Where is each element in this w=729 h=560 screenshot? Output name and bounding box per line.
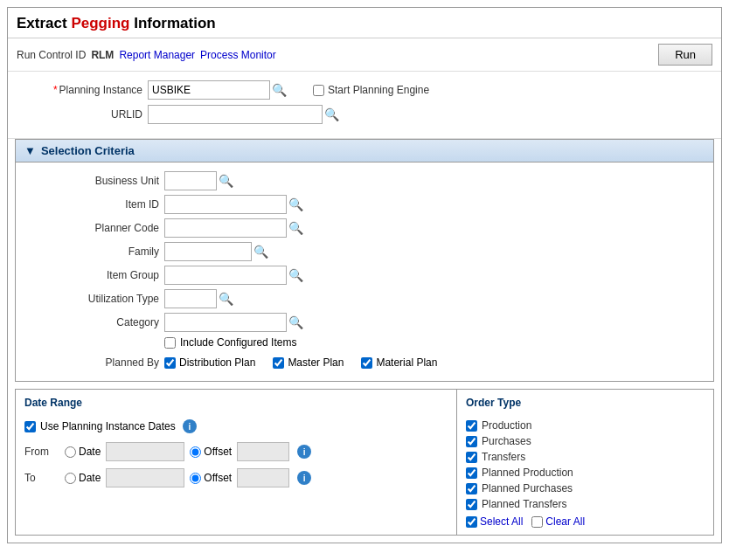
planner-code-label: Planner Code: [24, 222, 164, 234]
planned-purchases-label: Planned Purchases: [482, 482, 573, 494]
to-row: To Date Offset i: [24, 468, 448, 487]
include-configured-label: Include Configured Items: [180, 336, 296, 349]
family-input[interactable]: [164, 242, 252, 261]
urlid-input[interactable]: [148, 105, 323, 124]
report-manager-link[interactable]: Report Manager: [119, 49, 195, 61]
production-checkbox[interactable]: [466, 420, 477, 432]
clear-all-checkbox[interactable]: [531, 516, 543, 528]
select-all-checkbox[interactable]: [466, 516, 477, 528]
urlid-row: URLID 🔍: [25, 105, 704, 124]
planned-transfers-label: Planned Transfers: [482, 498, 566, 510]
item-id-search-icon[interactable]: 🔍: [288, 197, 303, 211]
page-title: Extract Pegging Information: [17, 15, 712, 32]
criteria-panel: ▼ Selection Criteria Business Unit 🔍 Ite…: [15, 139, 714, 382]
item-id-row: Item ID 🔍: [16, 195, 713, 214]
to-offset-info-icon[interactable]: i: [297, 471, 311, 485]
business-unit-input[interactable]: [164, 171, 217, 190]
to-label: To: [24, 472, 59, 484]
to-offset-radio-label[interactable]: Offset: [190, 472, 232, 484]
to-date-radio[interactable]: [65, 473, 76, 484]
master-plan-option[interactable]: Master Plan: [273, 356, 344, 369]
transfers-checkbox[interactable]: [466, 452, 477, 463]
to-date-radio-label[interactable]: Date: [65, 472, 101, 484]
material-plan-checkbox[interactable]: [361, 357, 372, 369]
utilization-type-search-icon[interactable]: 🔍: [219, 292, 233, 306]
planned-purchases-checkbox[interactable]: [466, 483, 477, 494]
page-title-bar: Extract Pegging Information: [8, 8, 721, 38]
planned-production-checkbox[interactable]: [466, 467, 477, 479]
category-search-icon[interactable]: 🔍: [288, 315, 303, 329]
planning-instance-search-icon[interactable]: 🔍: [272, 83, 287, 97]
item-group-search-icon[interactable]: 🔍: [288, 268, 303, 282]
run-button[interactable]: Run: [658, 44, 712, 66]
criteria-header[interactable]: ▼ Selection Criteria: [16, 140, 713, 162]
order-type-planned-purchases: Planned Purchases: [466, 482, 705, 494]
order-type-planned-transfers: Planned Transfers: [466, 498, 705, 510]
planned-by-options: Distribution Plan Master Plan Material P…: [164, 356, 437, 369]
to-date-input[interactable]: [106, 468, 184, 487]
from-offset-radio-label[interactable]: Offset: [190, 446, 232, 458]
use-planning-info-icon[interactable]: i: [183, 419, 197, 433]
planned-by-row: Planned By Distribution Plan Master Plan…: [16, 353, 713, 372]
utilization-type-row: Utilization Type 🔍: [16, 289, 713, 308]
use-planning-dates-checkbox[interactable]: [24, 421, 36, 432]
from-date-radio[interactable]: [65, 446, 76, 458]
date-range-title: Date Range: [24, 397, 448, 412]
business-unit-row: Business Unit 🔍: [16, 171, 713, 190]
business-unit-search-icon[interactable]: 🔍: [219, 174, 233, 188]
start-planning-engine-label: Start Planning Engine: [328, 84, 429, 96]
planning-section: Planning Instance 🔍 Start Planning Engin…: [8, 72, 721, 139]
from-offset-info-icon[interactable]: i: [297, 445, 311, 459]
to-date-label: Date: [79, 472, 101, 484]
from-date-label: Date: [79, 446, 101, 458]
planning-instance-label: Planning Instance: [25, 84, 148, 96]
material-plan-option[interactable]: Material Plan: [361, 356, 437, 369]
start-planning-engine-checkbox[interactable]: [313, 85, 324, 96]
criteria-title: Selection Criteria: [41, 144, 135, 157]
item-group-label: Item Group: [24, 269, 164, 281]
purchases-label: Purchases: [482, 435, 531, 447]
criteria-body: Business Unit 🔍 Item ID 🔍 Planner Code 🔍…: [16, 162, 713, 381]
purchases-checkbox[interactable]: [466, 436, 477, 447]
planner-code-row: Planner Code 🔍: [16, 218, 713, 238]
family-row: Family 🔍: [16, 242, 713, 261]
item-id-input[interactable]: [164, 195, 287, 214]
master-plan-checkbox[interactable]: [273, 357, 284, 369]
select-all-link[interactable]: Select All: [480, 515, 523, 528]
from-date-input[interactable]: [106, 442, 184, 461]
planner-code-search-icon[interactable]: 🔍: [288, 221, 303, 235]
family-search-icon[interactable]: 🔍: [253, 245, 268, 259]
order-type-purchases: Purchases: [466, 435, 705, 447]
from-row: From Date Offset i: [24, 442, 448, 461]
from-date-radio-label[interactable]: Date: [65, 446, 101, 458]
item-group-input[interactable]: [164, 266, 287, 285]
planned-by-label: Planned By: [24, 356, 164, 369]
to-offset-radio[interactable]: [190, 473, 201, 484]
planning-instance-input[interactable]: [148, 80, 270, 100]
order-type-transfers: Transfers: [466, 451, 705, 463]
material-plan-label: Material Plan: [376, 356, 437, 369]
planned-transfers-checkbox[interactable]: [466, 499, 477, 510]
from-offset-radio[interactable]: [190, 446, 201, 458]
run-control-value: RLM: [91, 49, 114, 61]
criteria-collapse-icon: ▼: [24, 144, 36, 157]
order-type-production: Production: [466, 419, 705, 432]
urlid-search-icon[interactable]: 🔍: [324, 107, 339, 121]
urlid-label: URLID: [25, 108, 148, 121]
distribution-plan-option[interactable]: Distribution Plan: [164, 356, 255, 369]
planning-instance-row: Planning Instance 🔍 Start Planning Engin…: [25, 80, 704, 100]
date-range-panel: Date Range Use Planning Instance Dates i…: [16, 390, 457, 535]
order-type-panel: Order Type Production Purchases Transfer…: [457, 390, 713, 535]
category-input[interactable]: [164, 313, 287, 332]
distribution-plan-label: Distribution Plan: [179, 356, 255, 369]
clear-all-link[interactable]: Clear All: [545, 515, 585, 528]
category-row: Category 🔍: [16, 313, 713, 332]
utilization-type-input[interactable]: [164, 289, 217, 308]
to-offset-input[interactable]: [237, 468, 289, 487]
planner-code-input[interactable]: [164, 218, 287, 238]
process-monitor-link[interactable]: Process Monitor: [200, 49, 276, 61]
from-offset-input[interactable]: [237, 442, 289, 461]
distribution-plan-checkbox[interactable]: [164, 357, 176, 369]
select-clear-row: Select All Clear All: [466, 515, 705, 528]
include-configured-checkbox[interactable]: [164, 337, 176, 349]
